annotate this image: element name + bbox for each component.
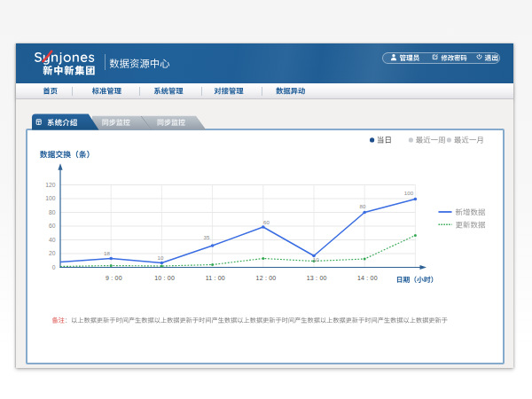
svg-text:60: 60 <box>49 223 56 229</box>
svg-text:20: 20 <box>49 250 56 256</box>
svg-text:10: 10 <box>158 254 164 261</box>
svg-text:0: 0 <box>52 264 56 270</box>
svg-text:18: 18 <box>104 250 110 256</box>
svg-text:100: 100 <box>404 190 414 196</box>
svg-text:120: 120 <box>45 182 56 188</box>
svg-text:35: 35 <box>204 234 210 240</box>
svg-text:40: 40 <box>49 237 56 243</box>
svg-text:14 : 00: 14 : 00 <box>357 275 378 281</box>
svg-text:11 : 00: 11 : 00 <box>206 275 225 281</box>
svg-text:60: 60 <box>263 219 270 225</box>
svg-text:13 : 00: 13 : 00 <box>307 275 327 281</box>
svg-text:9 : 00: 9 : 00 <box>106 275 122 281</box>
svg-text:80: 80 <box>360 203 366 209</box>
svg-text:100: 100 <box>45 195 56 201</box>
svg-text:12 : 00: 12 : 00 <box>256 275 277 281</box>
svg-text:10: 10 <box>313 256 319 262</box>
svg-text:10 : 00: 10 : 00 <box>154 275 175 281</box>
svg-text:80: 80 <box>49 209 56 215</box>
